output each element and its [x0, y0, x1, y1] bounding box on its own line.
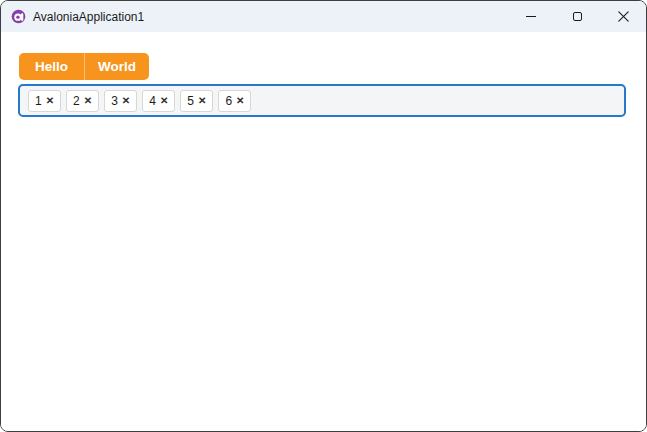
minimize-icon [526, 16, 536, 17]
tag-chip: 3 ✕ [104, 90, 137, 112]
tag-chip: 2 ✕ [66, 90, 99, 112]
avalonia-logo-icon [11, 9, 26, 24]
tag-label: 3 [111, 94, 118, 108]
tag-label: 2 [73, 94, 80, 108]
remove-tag-icon[interactable]: ✕ [46, 95, 54, 106]
client-area: Hello World 1 ✕ 2 ✕ 3 ✕ [1, 32, 646, 431]
remove-tag-icon[interactable]: ✕ [198, 95, 206, 106]
remove-tag-icon[interactable]: ✕ [160, 95, 168, 106]
tag-label: 6 [225, 94, 232, 108]
titlebar[interactable]: AvaloniaApplication1 [1, 1, 646, 32]
close-icon [618, 11, 629, 22]
window-title: AvaloniaApplication1 [33, 10, 144, 24]
tag-label: 5 [187, 94, 194, 108]
window-controls [508, 1, 646, 32]
tag-chip: 6 ✕ [218, 90, 251, 112]
tab-item[interactable]: World [84, 53, 149, 80]
maximize-icon [573, 12, 582, 21]
tab-strip: Hello World [19, 53, 149, 80]
tag-chip: 1 ✕ [28, 90, 61, 112]
app-window: AvaloniaApplication1 Hello [0, 0, 647, 432]
remove-tag-icon[interactable]: ✕ [236, 95, 244, 106]
tag-label: 4 [149, 94, 156, 108]
tab-item[interactable]: Hello [19, 53, 84, 80]
maximize-button[interactable] [554, 1, 600, 32]
remove-tag-icon[interactable]: ✕ [122, 95, 130, 106]
tag-label: 1 [35, 94, 42, 108]
tag-input-box[interactable]: 1 ✕ 2 ✕ 3 ✕ 4 ✕ 5 [18, 84, 626, 117]
tag-chip: 4 ✕ [142, 90, 175, 112]
remove-tag-icon[interactable]: ✕ [84, 95, 92, 106]
close-button[interactable] [600, 1, 646, 32]
minimize-button[interactable] [508, 1, 554, 32]
tag-chip: 5 ✕ [180, 90, 213, 112]
